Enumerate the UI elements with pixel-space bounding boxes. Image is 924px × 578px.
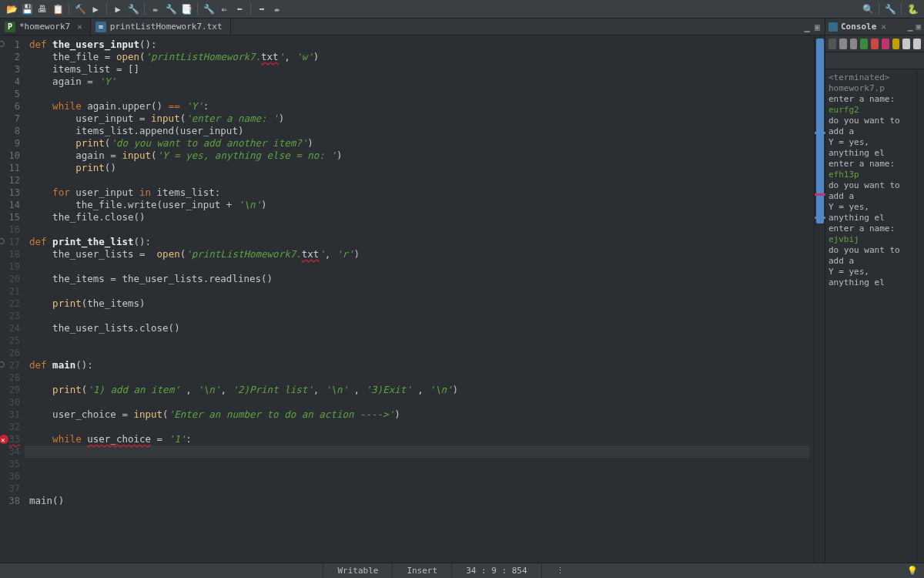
console-scrollbar[interactable]	[916, 69, 924, 563]
toolbar-button-0[interactable]: 📂	[5, 2, 18, 16]
line-number: 10	[0, 150, 20, 162]
editor-tab-0[interactable]: P*homework7✕	[0, 18, 91, 35]
toolbar-button-15[interactable]: ✏	[270, 2, 284, 16]
toolbar-button-10[interactable]: 📑	[179, 2, 193, 16]
toolbar-button-4[interactable]: 🔨	[73, 2, 87, 16]
fold-icon[interactable]	[0, 41, 5, 47]
toolbar-button-12[interactable]: ⇐	[217, 2, 231, 16]
lightbulb-icon[interactable]: 💡	[901, 566, 924, 576]
line-number: 9	[0, 137, 20, 150]
console-max-icon[interactable]: ▣	[916, 22, 921, 32]
code-line	[29, 88, 814, 100]
toolbar-button-1[interactable]: 💾	[20, 2, 34, 16]
line-number: 23	[0, 310, 20, 322]
console-tb1-icon-3[interactable]	[860, 39, 868, 49]
code-line: main()	[29, 495, 814, 507]
console-tb1-icon-6[interactable]	[892, 39, 900, 49]
code-line: print('do you want to add another item?'…	[29, 137, 814, 150]
line-number: 13	[0, 187, 20, 199]
line-number: 38	[0, 495, 20, 507]
code-line: the_items = the_user_lists.readlines()	[29, 273, 814, 285]
console-toolbar-1	[825, 35, 924, 52]
line-number: 32	[0, 421, 20, 433]
fold-icon[interactable]	[0, 238, 5, 244]
code-line: print('1) add an item' , '\n', '2)Print …	[29, 384, 814, 396]
tab-close-icon[interactable]: ✕	[77, 22, 82, 32]
code-line: the_file.close()	[29, 211, 814, 223]
code-line	[29, 334, 814, 347]
console-tb1-icon-4[interactable]	[871, 39, 879, 49]
console-tb1-icon-0[interactable]	[829, 39, 836, 49]
console-terminated-line: <terminated> homework7.p	[829, 72, 913, 94]
editor-tab-bar: P*homework7✕≡printListHomework7.txt ▁ ▣	[0, 18, 825, 35]
toolbar-button-9[interactable]: 🔧	[164, 2, 178, 16]
maximize-icon[interactable]: ▣	[815, 22, 820, 32]
console-min-icon[interactable]: ▁	[908, 22, 913, 32]
toolbar-button-3[interactable]: 📋	[51, 2, 65, 16]
line-number: 36	[0, 470, 20, 482]
toolbar-right-button-0[interactable]: 🔍	[861, 2, 875, 16]
code-line: for user_input in items_list:	[29, 187, 814, 199]
code-line	[25, 445, 809, 458]
line-number: 21	[0, 285, 20, 297]
console-tb1-icon-2[interactable]	[850, 39, 858, 49]
console-line: do you want to add a	[829, 116, 913, 137]
line-number: 31	[0, 408, 20, 421]
toolbar-button-8[interactable]: ✏	[149, 2, 162, 16]
console-tb1-icon-7[interactable]	[902, 39, 910, 49]
code-line: items_list.append(user_input)	[29, 125, 814, 137]
app-root: 📂💾🖶📋🔨▶▶🔧✏🔧📑🔧⇐⬅➡✏ 🔍🔧🐍 P*homework7✕≡printL…	[0, 0, 924, 578]
line-number: 33	[0, 433, 20, 445]
line-number: 16	[0, 223, 20, 236]
editor-tab-1[interactable]: ≡printListHomework7.txt	[91, 18, 231, 35]
code-area[interactable]: def the_users_input(): the_file = open('…	[25, 35, 814, 563]
line-number: 17	[0, 236, 20, 248]
status-menu-icon[interactable]: ⋮	[541, 563, 578, 578]
console-tb1-icon-5[interactable]	[882, 39, 889, 49]
toolbar-button-7[interactable]: 🔧	[126, 2, 140, 16]
tab-label: printListHomework7.txt	[110, 22, 223, 32]
toolbar-button-14[interactable]: ➡	[255, 2, 269, 16]
console-line: Y = yes, anything el	[829, 202, 913, 223]
toolbar-button-6[interactable]: ▶	[111, 2, 125, 16]
editor-body: 1234567891011121314151617181920212223242…	[0, 35, 825, 563]
line-number: 28	[0, 371, 20, 384]
console-tab-bar: Console ✕ ▁ ▣	[825, 18, 924, 35]
status-position: 34 : 9 : 854	[451, 563, 541, 578]
line-number: 24	[0, 322, 20, 334]
toolbar-button-11[interactable]: 🔧	[202, 2, 216, 16]
minimize-icon[interactable]: ▁	[805, 22, 810, 32]
code-line	[29, 421, 814, 433]
console-tb1-icon-1[interactable]	[839, 39, 847, 49]
main-row: P*homework7✕≡printListHomework7.txt ▁ ▣ …	[0, 18, 924, 563]
toolbar-button-13[interactable]: ⬅	[233, 2, 246, 16]
line-number: 11	[0, 162, 20, 174]
console-toolbar-2	[825, 52, 924, 69]
console-line: enter a name: ejvbij	[829, 223, 913, 245]
line-number: 20	[0, 273, 20, 285]
console-tb1-icon-8[interactable]	[913, 39, 921, 49]
line-number: 22	[0, 297, 20, 310]
toolbar-right-button-1[interactable]: 🔧	[883, 2, 897, 16]
console-output[interactable]: <terminated> homework7.penter a name: eu…	[825, 69, 916, 563]
console-line: do you want to add a	[829, 245, 913, 267]
status-bar: Writable Insert 34 : 9 : 854 ⋮ 💡	[0, 563, 924, 578]
line-number: 14	[0, 199, 20, 211]
console-title: Console	[841, 22, 876, 32]
console-line: Y = yes, anything el	[829, 267, 913, 288]
close-icon[interactable]: ✕	[881, 22, 886, 32]
line-gutter: 1234567891011121314151617181920212223242…	[0, 35, 25, 563]
console-line: do you want to add a	[829, 180, 913, 202]
code-line: user_choice = input('Enter an number to …	[29, 408, 814, 421]
line-number: 18	[0, 248, 20, 260]
fold-icon[interactable]	[0, 361, 5, 368]
line-number: 5	[0, 88, 20, 100]
code-line: while user_choice = '1':	[29, 433, 814, 445]
line-number: 3	[0, 63, 20, 76]
toolbar-button-2[interactable]: 🖶	[35, 2, 49, 16]
toolbar-right-button-2[interactable]: 🐍	[906, 2, 919, 16]
toolbar-button-5[interactable]: ▶	[89, 2, 102, 16]
line-number: 34	[0, 445, 20, 458]
code-line: the_user_lists = open('printListHomework…	[29, 248, 814, 260]
editor-scrollbar[interactable]	[814, 35, 825, 563]
